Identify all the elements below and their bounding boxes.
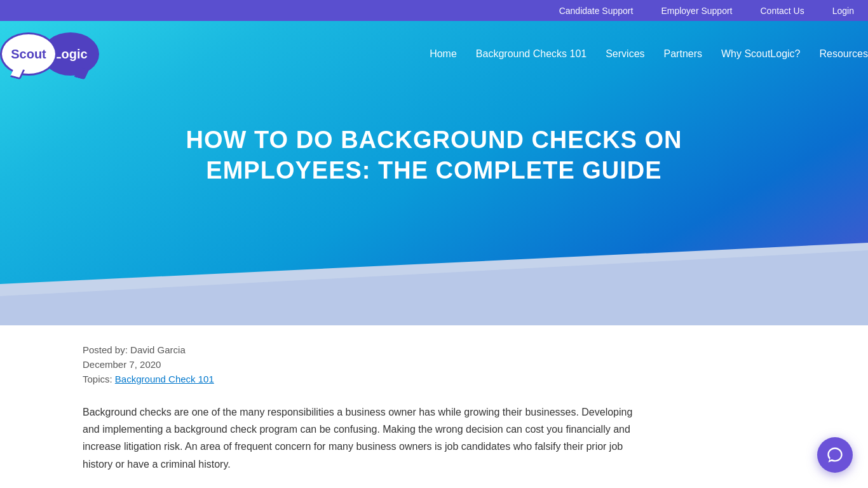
- partners-nav[interactable]: Partners: [664, 48, 702, 60]
- bg-checks-nav[interactable]: Background Checks 101: [476, 48, 587, 60]
- logo-scout-text: Scout: [11, 47, 46, 62]
- hero-section: HOW TO DO BACKGROUND CHECKS ON EMPLOYEES…: [0, 87, 868, 249]
- services-nav[interactable]: Services: [606, 48, 644, 60]
- logo-logic-text: Logic: [53, 47, 87, 62]
- home-nav[interactable]: Home: [430, 48, 457, 60]
- login-link[interactable]: Login: [818, 0, 868, 21]
- chat-button[interactable]: [817, 437, 853, 473]
- contact-us-link[interactable]: Contact Us: [746, 0, 818, 21]
- article-body: Background checks are one of the many re…: [83, 403, 635, 488]
- nav-links: Home Background Checks 101 Services Part…: [430, 48, 868, 60]
- author-info: Posted by: David Garcia: [83, 344, 785, 355]
- diagonal-layer1: [0, 243, 868, 325]
- publish-date: December 7, 2020: [83, 359, 785, 370]
- site-header: Scout Logic Home Background Checks 101 S…: [0, 21, 868, 325]
- main-navigation: Scout Logic Home Background Checks 101 S…: [0, 21, 868, 87]
- posted-by: Posted by: David Garcia: [83, 344, 186, 355]
- resources-nav[interactable]: Resources: [820, 48, 868, 60]
- topics-row: Topics: Background Check 101: [83, 374, 785, 384]
- hero-title: HOW TO DO BACKGROUND CHECKS ON EMPLOYEES…: [148, 125, 720, 186]
- chat-icon: [826, 446, 844, 464]
- date-text: December 7, 2020: [83, 359, 161, 370]
- paragraph-1: Background checks are one of the many re…: [83, 403, 635, 473]
- employer-support-link[interactable]: Employer Support: [647, 0, 746, 21]
- article-content: Posted by: David Garcia December 7, 2020…: [0, 325, 868, 488]
- logo-scout-bubble: Scout: [0, 32, 57, 76]
- diagonal-divider: [0, 243, 868, 325]
- topics-link[interactable]: Background Check 101: [115, 374, 214, 384]
- top-utility-bar: Candidate Support Employer Support Conta…: [0, 0, 868, 21]
- why-nav[interactable]: Why ScoutLogic?: [721, 48, 801, 60]
- site-logo[interactable]: Scout Logic: [0, 32, 99, 76]
- paragraph-2: Yes, there's not much you can do about t…: [83, 484, 635, 488]
- topics-label: Topics:: [83, 374, 112, 384]
- candidate-support-link[interactable]: Candidate Support: [545, 0, 648, 21]
